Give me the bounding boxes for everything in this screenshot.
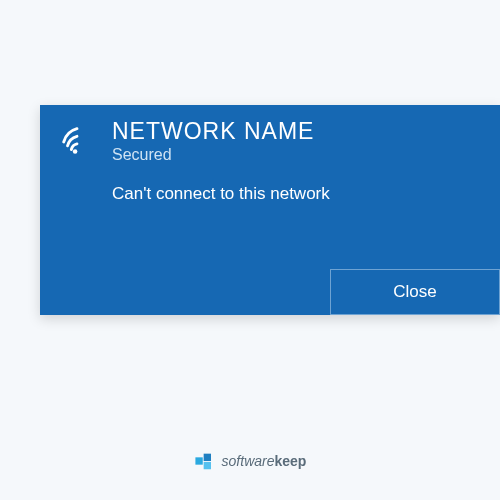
brand-text-light: software xyxy=(222,453,275,469)
svg-rect-1 xyxy=(195,457,202,464)
connection-error-message: Can't connect to this network xyxy=(112,184,500,204)
network-header: NETWORK NAME Secured xyxy=(40,105,500,164)
network-title-block: NETWORK NAME Secured xyxy=(112,119,482,164)
svg-rect-3 xyxy=(204,462,211,469)
brand-watermark: softwarekeep xyxy=(194,450,307,472)
close-button[interactable]: Close xyxy=(330,269,500,315)
network-name: NETWORK NAME xyxy=(112,119,482,144)
brand-text-bold: keep xyxy=(275,453,307,469)
svg-rect-2 xyxy=(204,454,211,461)
network-status: Secured xyxy=(112,146,482,164)
brand-logo-icon xyxy=(194,450,216,472)
network-flyout-panel: NETWORK NAME Secured Can't connect to th… xyxy=(40,105,500,315)
svg-point-0 xyxy=(73,149,78,154)
brand-text: softwarekeep xyxy=(222,453,307,469)
wifi-icon xyxy=(58,123,96,161)
